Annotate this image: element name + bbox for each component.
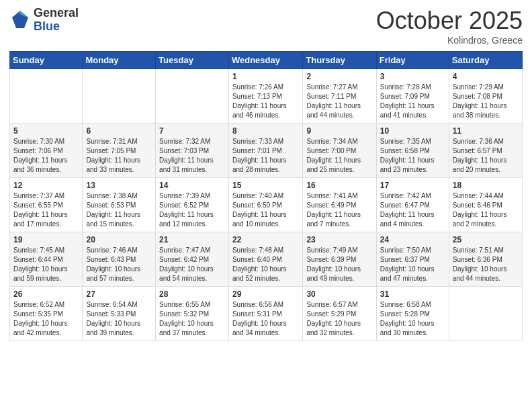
day-cell-4-1: 27Sunrise: 6:54 AM Sunset: 5:33 PM Dayli… (83, 287, 156, 341)
month-title: October 2025 (376, 7, 523, 35)
logo-blue: Blue (34, 20, 79, 34)
day-cell-1-1: 6Sunrise: 7:31 AM Sunset: 7:05 PM Daylig… (83, 124, 156, 178)
day-number-15: 15 (232, 181, 299, 190)
day-info-24: Sunrise: 7:50 AM Sunset: 6:37 PM Dayligh… (380, 246, 445, 283)
day-info-16: Sunrise: 7:41 AM Sunset: 6:49 PM Dayligh… (306, 191, 372, 229)
day-info-27: Sunrise: 6:54 AM Sunset: 5:33 PM Dayligh… (86, 300, 152, 338)
header-row: Sunday Monday Tuesday Wednesday Thursday… (10, 52, 523, 69)
logo-general: General (34, 7, 79, 20)
header-friday: Friday (376, 52, 449, 69)
day-info-4: Sunrise: 7:29 AM Sunset: 7:08 PM Dayligh… (453, 83, 519, 120)
subtitle: Kolindros, Greece (376, 35, 523, 46)
day-info-26: Sunrise: 6:52 AM Sunset: 5:35 PM Dayligh… (13, 300, 79, 338)
day-cell-1-3: 8Sunrise: 7:33 AM Sunset: 7:01 PM Daylig… (228, 124, 302, 178)
day-cell-4-3: 29Sunrise: 6:56 AM Sunset: 5:31 PM Dayli… (228, 287, 302, 341)
day-info-1: Sunrise: 7:26 AM Sunset: 7:13 PM Dayligh… (232, 83, 299, 120)
day-info-5: Sunrise: 7:30 AM Sunset: 7:06 PM Dayligh… (13, 137, 79, 175)
day-cell-1-4: 9Sunrise: 7:34 AM Sunset: 7:00 PM Daylig… (303, 124, 376, 178)
day-number-3: 3 (380, 72, 445, 81)
day-number-14: 14 (159, 181, 225, 190)
day-number-28: 28 (159, 289, 225, 299)
day-cell-1-0: 5Sunrise: 7:30 AM Sunset: 7:06 PM Daylig… (10, 124, 83, 178)
day-cell-4-2: 28Sunrise: 6:55 AM Sunset: 5:32 PM Dayli… (156, 287, 229, 341)
header-monday: Monday (83, 52, 156, 69)
day-info-28: Sunrise: 6:55 AM Sunset: 5:32 PM Dayligh… (159, 300, 225, 338)
header-saturday: Saturday (449, 52, 522, 69)
day-cell-3-2: 21Sunrise: 7:47 AM Sunset: 6:42 PM Dayli… (156, 232, 229, 287)
day-info-3: Sunrise: 7:28 AM Sunset: 7:09 PM Dayligh… (380, 83, 445, 120)
day-number-18: 18 (453, 181, 519, 190)
day-info-7: Sunrise: 7:32 AM Sunset: 7:03 PM Dayligh… (159, 137, 225, 175)
day-number-11: 11 (453, 126, 519, 136)
day-number-9: 9 (306, 126, 372, 136)
day-number-26: 26 (13, 289, 79, 299)
day-cell-4-0: 26Sunrise: 6:52 AM Sunset: 5:35 PM Dayli… (10, 287, 83, 341)
day-cell-3-3: 22Sunrise: 7:48 AM Sunset: 6:40 PM Dayli… (228, 232, 302, 287)
day-cell-3-0: 19Sunrise: 7:45 AM Sunset: 6:44 PM Dayli… (10, 232, 83, 287)
week-row-2: 12Sunrise: 7:37 AM Sunset: 6:55 PM Dayli… (10, 178, 523, 232)
day-number-27: 27 (86, 289, 152, 299)
header-sunday: Sunday (10, 52, 83, 69)
logo-icon (9, 9, 31, 31)
day-cell-1-5: 10Sunrise: 7:35 AM Sunset: 6:58 PM Dayli… (376, 124, 449, 178)
day-cell-2-0: 12Sunrise: 7:37 AM Sunset: 6:55 PM Dayli… (10, 178, 83, 232)
calendar-body: 1Sunrise: 7:26 AM Sunset: 7:13 PM Daylig… (10, 69, 523, 341)
logo-text: General Blue (34, 7, 79, 34)
day-cell-4-5: 31Sunrise: 6:58 AM Sunset: 5:28 PM Dayli… (376, 287, 449, 341)
header-wednesday: Wednesday (228, 52, 302, 69)
day-info-25: Sunrise: 7:51 AM Sunset: 6:36 PM Dayligh… (453, 246, 519, 283)
week-row-1: 5Sunrise: 7:30 AM Sunset: 7:06 PM Daylig… (10, 124, 523, 178)
day-number-4: 4 (453, 72, 519, 81)
day-cell-0-3: 1Sunrise: 7:26 AM Sunset: 7:13 PM Daylig… (228, 69, 302, 124)
day-cell-0-5: 3Sunrise: 7:28 AM Sunset: 7:09 PM Daylig… (376, 69, 449, 124)
day-cell-2-2: 14Sunrise: 7:39 AM Sunset: 6:52 PM Dayli… (156, 178, 229, 232)
day-info-14: Sunrise: 7:39 AM Sunset: 6:52 PM Dayligh… (159, 191, 225, 229)
day-number-25: 25 (453, 235, 519, 244)
page: General Blue October 2025 Kolindros, Gre… (0, 0, 532, 351)
day-cell-0-2 (156, 69, 229, 124)
day-number-13: 13 (86, 181, 152, 190)
day-number-10: 10 (380, 126, 445, 136)
day-info-21: Sunrise: 7:47 AM Sunset: 6:42 PM Dayligh… (159, 246, 225, 283)
day-info-12: Sunrise: 7:37 AM Sunset: 6:55 PM Dayligh… (13, 191, 79, 229)
header: General Blue October 2025 Kolindros, Gre… (9, 7, 523, 46)
logo: General Blue (9, 7, 79, 34)
day-cell-3-5: 24Sunrise: 7:50 AM Sunset: 6:37 PM Dayli… (376, 232, 449, 287)
day-cell-0-1 (83, 69, 156, 124)
day-info-2: Sunrise: 7:27 AM Sunset: 7:11 PM Dayligh… (306, 83, 372, 120)
day-info-23: Sunrise: 7:49 AM Sunset: 6:39 PM Dayligh… (306, 246, 372, 283)
day-number-16: 16 (306, 181, 372, 190)
day-cell-2-1: 13Sunrise: 7:38 AM Sunset: 6:53 PM Dayli… (83, 178, 156, 232)
day-info-10: Sunrise: 7:35 AM Sunset: 6:58 PM Dayligh… (380, 137, 445, 175)
day-info-9: Sunrise: 7:34 AM Sunset: 7:00 PM Dayligh… (306, 137, 372, 175)
day-info-8: Sunrise: 7:33 AM Sunset: 7:01 PM Dayligh… (232, 137, 299, 175)
day-number-2: 2 (306, 72, 372, 81)
day-cell-3-6: 25Sunrise: 7:51 AM Sunset: 6:36 PM Dayli… (449, 232, 522, 287)
day-number-7: 7 (159, 126, 225, 136)
day-cell-3-4: 23Sunrise: 7:49 AM Sunset: 6:39 PM Dayli… (303, 232, 376, 287)
day-info-13: Sunrise: 7:38 AM Sunset: 6:53 PM Dayligh… (86, 191, 152, 229)
day-number-12: 12 (13, 181, 79, 190)
header-tuesday: Tuesday (156, 52, 229, 69)
day-number-6: 6 (86, 126, 152, 136)
calendar-header: Sunday Monday Tuesday Wednesday Thursday… (10, 52, 523, 69)
day-number-20: 20 (86, 235, 152, 244)
day-info-31: Sunrise: 6:58 AM Sunset: 5:28 PM Dayligh… (380, 300, 445, 338)
day-number-1: 1 (232, 72, 299, 81)
day-number-29: 29 (232, 289, 299, 299)
day-cell-0-6: 4Sunrise: 7:29 AM Sunset: 7:08 PM Daylig… (449, 69, 522, 124)
day-cell-4-4: 30Sunrise: 6:57 AM Sunset: 5:29 PM Dayli… (303, 287, 376, 341)
day-cell-2-6: 18Sunrise: 7:44 AM Sunset: 6:46 PM Dayli… (449, 178, 522, 232)
day-number-19: 19 (13, 235, 79, 244)
day-number-24: 24 (380, 235, 445, 244)
day-number-31: 31 (380, 289, 445, 299)
header-thursday: Thursday (303, 52, 376, 69)
title-block: October 2025 Kolindros, Greece (376, 7, 523, 46)
day-cell-0-0 (10, 69, 83, 124)
day-info-11: Sunrise: 7:36 AM Sunset: 6:57 PM Dayligh… (453, 137, 519, 175)
day-number-5: 5 (13, 126, 79, 136)
week-row-4: 26Sunrise: 6:52 AM Sunset: 5:35 PM Dayli… (10, 287, 523, 341)
day-cell-2-3: 15Sunrise: 7:40 AM Sunset: 6:50 PM Dayli… (228, 178, 302, 232)
day-info-18: Sunrise: 7:44 AM Sunset: 6:46 PM Dayligh… (453, 191, 519, 229)
day-info-22: Sunrise: 7:48 AM Sunset: 6:40 PM Dayligh… (232, 246, 299, 283)
